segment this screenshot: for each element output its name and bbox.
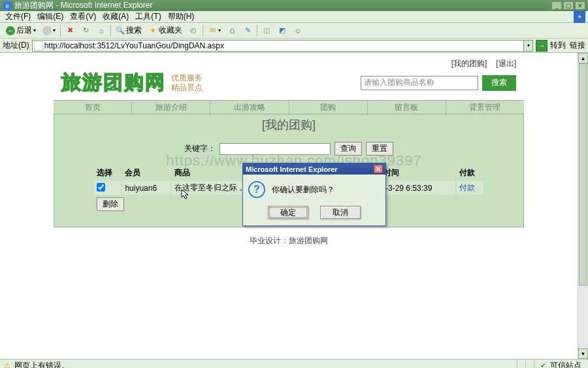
dialog-titlebar: Microsoft Internet Explorer ✕ bbox=[243, 163, 385, 175]
research-button[interactable]: ◩ bbox=[275, 25, 289, 37]
col-member: 会员 bbox=[122, 166, 170, 180]
vertical-scrollbar[interactable]: ▲ ▼ bbox=[578, 53, 588, 359]
address-bar: 地址(D) ▾ → 转到 链接 bbox=[0, 39, 588, 53]
scroll-down-arrow[interactable]: ▼ bbox=[578, 348, 588, 359]
home-icon: ⌂ bbox=[97, 26, 106, 35]
history-icon: ◴ bbox=[189, 26, 198, 35]
research-icon: ◩ bbox=[278, 26, 287, 35]
back-arrow-icon: ← bbox=[6, 26, 15, 35]
address-input[interactable] bbox=[44, 41, 522, 50]
scroll-thumb[interactable] bbox=[579, 63, 587, 286]
menu-edit[interactable]: 编辑(E) bbox=[35, 11, 66, 22]
print-icon: ⎙ bbox=[227, 26, 237, 35]
discuss-button[interactable]: ◫ bbox=[259, 25, 274, 37]
delete-button[interactable]: 删除 bbox=[97, 197, 124, 211]
forward-button[interactable]: ▾ bbox=[40, 25, 58, 37]
status-section bbox=[525, 360, 534, 368]
scroll-up-arrow[interactable]: ▲ bbox=[578, 53, 588, 63]
site-logo: 旅游团购网 bbox=[61, 69, 166, 96]
close-button[interactable]: ✕ bbox=[575, 1, 585, 10]
col-pay: 付款 bbox=[457, 166, 483, 180]
menu-bar: 文件(F) 编辑(E) 查看(V) 收藏(A) 工具(T) 帮助(H) ✦ bbox=[0, 11, 588, 23]
dropdown-icon: ▾ bbox=[33, 27, 36, 33]
trusted-icon: ✔ bbox=[538, 361, 547, 369]
edit-button[interactable]: ✎ bbox=[240, 25, 255, 37]
messenger-icon: ☺ bbox=[293, 26, 302, 35]
cell-member: huiyuan6 bbox=[122, 181, 170, 195]
address-dropdown[interactable]: ▾ bbox=[524, 40, 533, 52]
site-search-input[interactable]: 请输入团购商品名称 bbox=[361, 76, 478, 90]
refresh-icon: ↻ bbox=[81, 26, 90, 35]
back-button[interactable]: ← 后退 ▾ bbox=[3, 24, 39, 37]
status-section bbox=[517, 360, 525, 368]
menu-favorites[interactable]: 收藏(A) bbox=[100, 11, 131, 22]
nav-strategy[interactable]: 出游攻略 bbox=[210, 100, 289, 115]
mail-icon: ✉ bbox=[208, 26, 217, 35]
address-input-wrap[interactable] bbox=[32, 40, 524, 52]
reset-button[interactable]: 重置 bbox=[366, 142, 393, 156]
page-icon bbox=[34, 41, 43, 50]
nav-msg[interactable]: 留言板 bbox=[368, 100, 446, 115]
link-my-group[interactable]: [我的团购] bbox=[451, 58, 487, 69]
dialog-cancel-button[interactable]: 取消 bbox=[320, 206, 361, 219]
minimize-button[interactable]: _ bbox=[551, 1, 562, 10]
status-bar: ⚠ 网页上有错误。 ✔ 可信站点 bbox=[0, 359, 588, 368]
confirm-dialog: Microsoft Internet Explorer ✕ ? 你确认要删除吗？… bbox=[242, 163, 386, 226]
footer-text: 毕业设计：旅游团购网 bbox=[54, 227, 524, 254]
col-select: 选择 bbox=[94, 166, 121, 180]
dialog-ok-button[interactable]: 确定 bbox=[268, 206, 308, 219]
status-trust-section: ✔ 可信站点 bbox=[534, 360, 585, 368]
main-nav: 首页 旅游介绍 出游攻略 团购 留言板 背景管理 bbox=[54, 100, 524, 114]
window-title: 旅游团购网 - Microsoft Internet Explorer bbox=[14, 0, 152, 11]
nav-bg[interactable]: 背景管理 bbox=[446, 100, 524, 115]
star-icon: ★ bbox=[148, 26, 157, 35]
links-label[interactable]: 链接 bbox=[570, 40, 585, 51]
refresh-button[interactable]: ↻ bbox=[78, 25, 93, 37]
favorites-button[interactable]: ★收藏夹 bbox=[146, 24, 185, 37]
trust-label: 可信站点 bbox=[550, 360, 581, 368]
link-logout[interactable]: [退出] bbox=[496, 58, 516, 69]
ie-badge-icon: ✦ bbox=[574, 11, 585, 23]
search-icon: 🔍 bbox=[116, 26, 125, 35]
stop-icon: ✖ bbox=[65, 26, 74, 35]
edit-icon: ✎ bbox=[243, 26, 252, 35]
dialog-message: 你确认要删除吗？ bbox=[272, 184, 335, 195]
nav-group[interactable]: 团购 bbox=[289, 100, 368, 115]
go-label: 转到 bbox=[550, 40, 566, 51]
keyword-input[interactable] bbox=[220, 143, 331, 155]
status-text: 网页上有错误。 bbox=[14, 360, 69, 368]
print-button[interactable]: ⎙ bbox=[225, 25, 239, 37]
nav-intro[interactable]: 旅游介绍 bbox=[132, 100, 210, 115]
keyword-label: 关键字： bbox=[184, 143, 216, 154]
stop-button[interactable]: ✖ bbox=[63, 25, 77, 37]
dialog-title: Microsoft Internet Explorer bbox=[246, 165, 338, 173]
menu-help[interactable]: 帮助(H) bbox=[165, 11, 197, 22]
window-favicon: e bbox=[3, 1, 12, 10]
page-title: [我的团购] bbox=[54, 114, 523, 137]
mail-button[interactable]: ✉▾ bbox=[205, 25, 223, 37]
question-icon: ? bbox=[248, 181, 265, 198]
dropdown-icon: ▾ bbox=[53, 27, 56, 33]
maximize-button[interactable]: ▢ bbox=[563, 1, 574, 10]
nav-home[interactable]: 首页 bbox=[54, 100, 132, 115]
menu-view[interactable]: 查看(V) bbox=[67, 11, 99, 22]
row-select-checkbox[interactable] bbox=[97, 183, 105, 192]
menu-tools[interactable]: 工具(T) bbox=[133, 11, 163, 22]
toolbar: ← 后退 ▾ ▾ ✖ ↻ ⌂ 🔍搜索 ★收藏夹 ◴ ✉▾ ⎙ ✎ ◫ ◩ ☺ bbox=[0, 23, 588, 39]
go-button[interactable]: → bbox=[536, 40, 547, 52]
dialog-close-button[interactable]: ✕ bbox=[374, 165, 383, 173]
discuss-icon: ◫ bbox=[262, 26, 271, 35]
site-search-button[interactable]: 搜索 bbox=[482, 75, 516, 91]
address-label: 地址(D) bbox=[3, 40, 29, 51]
pay-link[interactable]: 付款 bbox=[459, 183, 475, 192]
query-button[interactable]: 查询 bbox=[335, 142, 362, 156]
messenger-button[interactable]: ☺ bbox=[291, 25, 305, 37]
warning-icon: ⚠ bbox=[3, 361, 12, 369]
home-button[interactable]: ⌂ bbox=[94, 25, 108, 37]
site-slogan: 优质服务 精品景点 bbox=[171, 73, 203, 92]
window-titlebar: e 旅游团购网 - Microsoft Internet Explorer _ … bbox=[0, 0, 588, 11]
menu-file[interactable]: 文件(F) bbox=[3, 11, 33, 22]
history-button[interactable]: ◴ bbox=[186, 25, 201, 37]
search-button[interactable]: 🔍搜索 bbox=[113, 24, 144, 37]
forward-arrow-icon bbox=[42, 26, 52, 35]
